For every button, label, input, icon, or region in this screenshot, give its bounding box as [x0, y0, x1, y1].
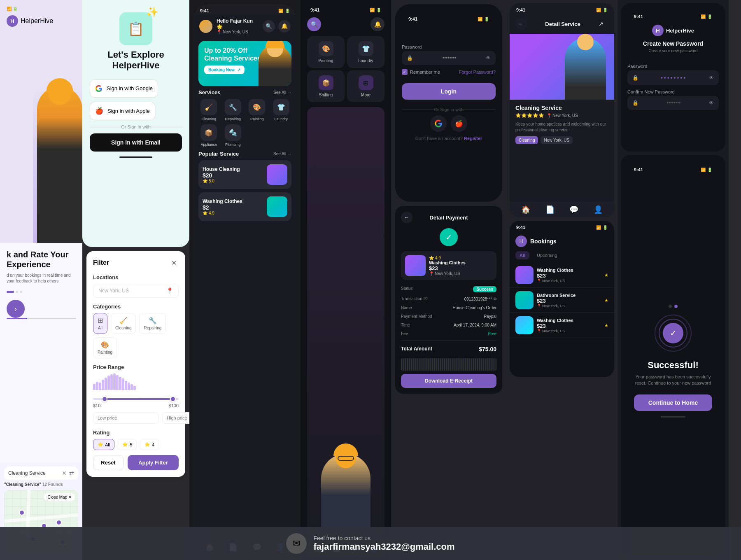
price-slider[interactable] — [93, 398, 179, 400]
dark-service-laundry[interactable]: 👕 Laundry — [347, 36, 384, 68]
detail-service-back-button[interactable]: ← — [515, 18, 527, 30]
password-input-field[interactable]: 🔒 •••••••• 👁 — [402, 51, 496, 65]
login-button[interactable]: Login — [402, 83, 496, 100]
ds-nav-chat[interactable]: 💬 — [569, 205, 578, 214]
dark-service-painting[interactable]: 🎨 Painting — [307, 36, 345, 68]
bookings-phone: 9:41 📶🔋 H Bookings All Upcoming Washing … — [510, 221, 614, 377]
price-range-label: Price Range — [93, 364, 179, 370]
apply-filter-button[interactable]: Apply Filter — [128, 455, 179, 470]
ds-nav-home[interactable]: 🏠 — [521, 205, 530, 214]
tab-all[interactable]: All — [515, 251, 529, 259]
payment-back-button[interactable]: ← — [401, 212, 412, 223]
success-check-icon: ✓ — [663, 323, 683, 343]
transaction-row: Transaction ID 0912301928*** ⧉ — [401, 294, 496, 303]
search-icon-button[interactable]: 🔍 — [263, 20, 275, 33]
dark-service-shifting[interactable]: 📦 Shifting — [307, 70, 345, 102]
forgot-password-link[interactable]: Forgot Password? — [459, 70, 496, 75]
user-avatar — [199, 20, 212, 33]
confirm-pw-input-field[interactable]: 🔒 •••••••• 👁 — [627, 96, 719, 110]
apple-social-button[interactable]: 🍎 — [451, 115, 467, 132]
continue-to-home-button[interactable]: Continue to Home — [634, 394, 712, 411]
notification-icon-button[interactable]: 🔔 — [278, 20, 291, 33]
status-row: Status Success — [401, 284, 496, 294]
promo-worker-image — [259, 45, 291, 86]
ds-nav-profile[interactable]: 👤 — [594, 205, 603, 214]
email-signin-button[interactable]: Sign in with Email — [90, 133, 182, 152]
success-status-bar: 9:41 📶🔋 — [627, 163, 719, 174]
filter-close-button[interactable]: ✕ — [169, 258, 179, 268]
create-password-phone: 9:41 📶🔋 H HelperHive Create New Password… — [621, 3, 725, 152]
dark-search-button[interactable]: 🔍 — [307, 17, 321, 31]
explore-title: Let's Explore HelperHive — [90, 49, 182, 71]
filter-panel: Filter ✕ Locations New York, US 📍 Catego… — [86, 251, 185, 477]
services-see-all[interactable]: See All → — [273, 90, 291, 95]
popular-card-1[interactable]: House Cleaning $20 ⭐ 5.0 — [198, 160, 291, 189]
chip-all[interactable]: ⊞ All — [93, 313, 107, 334]
chip-cleaning[interactable]: 🧹 Cleaning — [111, 313, 136, 334]
cleaning-tag[interactable]: Cleaning — [515, 136, 538, 144]
reset-button[interactable]: Reset — [93, 455, 124, 470]
apple-signin-button[interactable]: 🍎 Sign in with Apple — [90, 102, 155, 120]
location-tag[interactable]: New York, US — [541, 136, 573, 144]
popular-card-2-image — [267, 196, 287, 217]
booking-now-button[interactable]: Booking Now ↗ — [204, 65, 245, 74]
google-signin-button[interactable]: Sign in with Google — [90, 79, 158, 98]
contact-email[interactable]: fajarfirmansyah3232@gmail.com — [313, 541, 454, 552]
confirm-pw-eye-icon[interactable]: 👁 — [709, 100, 714, 106]
dark-services-grid: 🎨 Painting 👕 Laundry 📦 Shifting ⊞ More — [304, 35, 388, 104]
popular-see-all[interactable]: See All → — [273, 152, 291, 156]
service-item-appliance[interactable]: 📦 Appliance — [198, 124, 219, 147]
chip-painting[interactable]: 🎨 Painting — [93, 337, 117, 358]
map-pin — [56, 520, 62, 525]
price-handle-max[interactable] — [170, 396, 176, 402]
booking-item-1[interactable]: Washing Clothes $23 📍 New York, US ★ — [510, 263, 614, 288]
services-header: Services See All → — [198, 89, 291, 96]
rating-opt-4[interactable]: ⭐ 4 — [140, 439, 159, 450]
register-link[interactable]: Register — [464, 136, 482, 141]
dark-service-more[interactable]: ⊞ More — [347, 70, 384, 102]
laundry-icon: 👕 — [273, 99, 289, 115]
logo-area: H HelperHive — [7, 15, 76, 27]
close-map-button[interactable]: Close Map ✕ — [44, 493, 75, 501]
service-item-repairing[interactable]: 🔧 Repairing — [223, 99, 244, 121]
rating-opt-all[interactable]: ⭐ All — [93, 439, 114, 450]
service-item-cleaning[interactable]: 🧹 Cleaning — [198, 99, 219, 121]
eye-icon[interactable]: 👁 — [486, 55, 491, 61]
booking-item-3[interactable]: Washing Clothes $23 📍 New York, US ★ — [510, 313, 614, 338]
copy-icon[interactable]: ⧉ — [494, 296, 496, 301]
promo-banner: Up to 20% Off Cleaning Services Booking … — [198, 41, 291, 86]
login-status-bar: 9:41 📶🔋 — [402, 12, 496, 23]
service-item-plumbing[interactable]: 🔩 Plumbing — [223, 124, 244, 147]
price-handle-min[interactable] — [102, 396, 107, 402]
hero-worker-image — [33, 78, 82, 243]
dark-laundry-icon: 👕 — [359, 41, 373, 56]
bookings-tabs: All Upcoming — [510, 251, 614, 263]
pw-eye-icon[interactable]: 👁 — [709, 75, 714, 81]
phone-indicator — [90, 156, 182, 158]
popular-card-2[interactable]: Washing Clothes $2 ⭐ 4.9 — [198, 192, 291, 221]
pw-input-field[interactable]: 🔒 •••••••• 👁 — [627, 70, 719, 85]
low-price-input[interactable] — [93, 412, 159, 424]
payment-success-icon: ✓ — [440, 228, 458, 246]
detail-service-image — [510, 34, 614, 100]
next-arrow-button[interactable]: › — [7, 300, 25, 318]
dark-notification-button[interactable]: 🔔 — [370, 17, 384, 31]
google-social-button[interactable] — [430, 115, 447, 132]
booking-3-image — [515, 316, 534, 334]
download-receipt-button[interactable]: Download E-Receipt — [401, 374, 496, 388]
rating-opt-5[interactable]: ⭐ 5 — [118, 439, 137, 450]
ds-nav-document[interactable]: 📄 — [545, 205, 555, 214]
track-section: k and Rate Your Experience d on your boo… — [0, 243, 82, 462]
share-icon[interactable]: ↗ — [599, 21, 608, 27]
booking-item-2[interactable]: Bathroom Service $23 📍 New York, US ★ — [510, 288, 614, 313]
location-input[interactable]: New York, US 📍 — [93, 284, 179, 298]
tab-upcoming[interactable]: Upcoming — [533, 251, 562, 259]
service-item-laundry[interactable]: 👕 Laundry — [271, 99, 292, 121]
remember-checkbox[interactable]: ✓ — [402, 69, 408, 75]
service-item-painting[interactable]: 🎨 Painting — [247, 99, 268, 121]
payment-details: Status Success Transaction ID 0912301928… — [401, 284, 496, 338]
booking-1-image — [515, 266, 534, 284]
password-app-name: HelperHive — [666, 28, 694, 34]
chip-repairing[interactable]: 🔧 Repairing — [139, 313, 166, 334]
remember-me-area: ✓ Remember me — [402, 69, 440, 75]
